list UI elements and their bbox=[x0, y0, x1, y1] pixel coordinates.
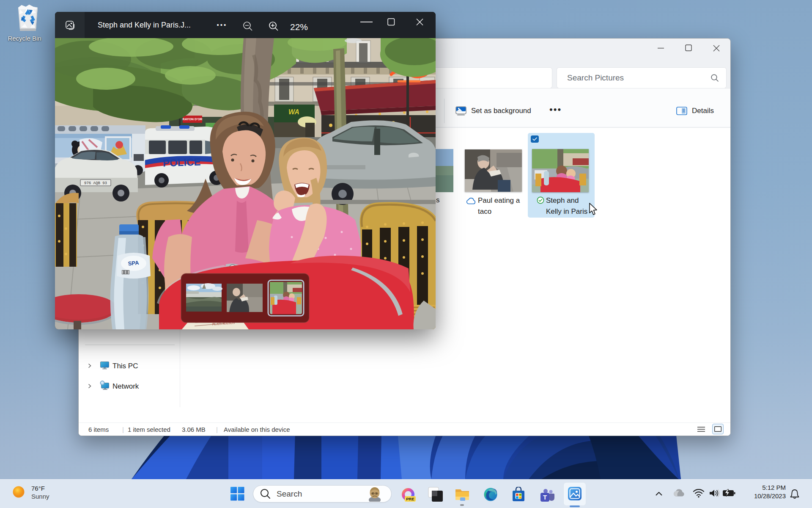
svg-text:976 AQB 93: 976 AQB 93 bbox=[84, 181, 107, 185]
svg-text:T: T bbox=[543, 494, 547, 501]
svg-text:WA: WA bbox=[288, 108, 299, 116]
svg-text:POLICE: POLICE bbox=[163, 156, 201, 168]
svg-text:PRE: PRE bbox=[406, 497, 414, 501]
svg-text:RAYON D'OR: RAYON D'OR bbox=[183, 117, 203, 121]
svg-text:SPA: SPA bbox=[128, 260, 140, 267]
